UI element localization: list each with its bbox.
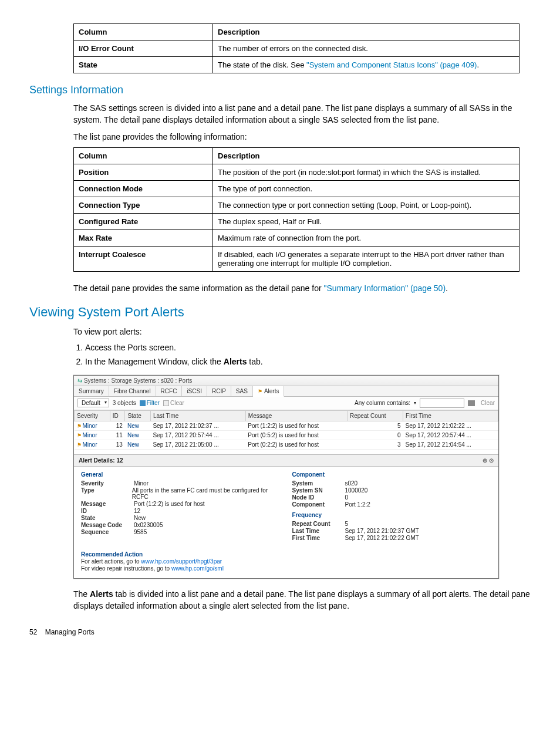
chevron-down-icon[interactable]: ▾ — [414, 400, 416, 406]
paragraph: The Alerts tab is divided into a list pa… — [73, 588, 531, 612]
table-row[interactable]: ⚑Minor 13 New Sep 17, 2012 21:05:00 ... … — [75, 440, 498, 449]
contains-label: Any column contains: — [355, 400, 410, 406]
tab-sas[interactable]: SAS — [231, 386, 253, 396]
window-titlebar: ⇆ Systems : Storage Systems : s020 : Por… — [74, 376, 498, 386]
filter-icon — [140, 400, 146, 406]
table-row[interactable]: ⚑Minor 11 New Sep 17, 2012 20:57:44 ... … — [75, 430, 498, 440]
alerts-grid: Severity ID State Last Time Message Repe… — [74, 410, 498, 450]
collapse-icon[interactable]: ⊚ — [483, 457, 487, 464]
col-repeat-count[interactable]: Repeat Count — [347, 410, 403, 421]
flag-icon: ⚑ — [77, 442, 82, 448]
tree-icon: ⇆ — [77, 377, 82, 384]
link-status-icons[interactable]: "System and Component Status Icons" (pag… — [306, 60, 477, 69]
page-footer: 52 Managing Ports — [29, 628, 531, 636]
clear-button[interactable]: Clear — [163, 400, 184, 406]
heading-viewing-port-alerts: Viewing System Port Alerts — [29, 305, 531, 320]
col-message[interactable]: Message — [245, 410, 347, 421]
tab-bar: Summary Fibre Channel RCFC iSCSI RCIP SA… — [74, 386, 498, 397]
cell: If disabled, each I/O generates a separa… — [213, 246, 519, 271]
cell: Position — [74, 164, 213, 180]
cell: Connection Mode — [74, 180, 213, 197]
expand-icon[interactable]: ⊙ — [489, 457, 494, 464]
cell: The duplex speed, Half or Full. — [213, 213, 519, 229]
filter-button[interactable]: Filter — [140, 400, 160, 406]
cell: The position of the port (in node:slot:p… — [213, 164, 519, 180]
cell: Connection Type — [74, 197, 213, 213]
table-row[interactable]: ⚑Minor 12 New Sep 17, 2012 21:02:37 ... … — [75, 421, 498, 430]
clear-button-2[interactable]: Clear — [481, 400, 495, 406]
cell: Configured Rate — [74, 213, 213, 229]
paragraph: To view port alerts: — [73, 326, 531, 337]
cell: Max Rate — [74, 229, 213, 246]
group-general: General — [81, 471, 281, 478]
toolbar: Default 3 objects Filter Clear Any colum… — [74, 397, 498, 410]
paragraph: The list pane provides the following inf… — [73, 131, 531, 143]
link-sml[interactable]: www.hp.com/go/sml — [171, 565, 224, 572]
cell: I/O Error Count — [74, 40, 213, 57]
link-support[interactable]: www.hp.com/support/hpgt/3par — [141, 558, 222, 565]
table-sas-columns: Column Description PositionThe position … — [73, 147, 519, 272]
clear-icon — [163, 400, 169, 406]
screenshot-ports-alerts: ⇆ Systems : Storage Systems : s020 : Por… — [73, 375, 499, 579]
details-header: Alert Details: 12 ⊚ ⊙ — [74, 454, 498, 467]
table-io-state: Column Description I/O Error Count The n… — [73, 23, 519, 73]
tab-fibre-channel[interactable]: Fibre Channel — [109, 386, 156, 396]
paragraph: The detail pane provides the same inform… — [73, 282, 531, 294]
col-first-time[interactable]: First Time — [403, 410, 498, 421]
flag-icon: ⚑ — [258, 389, 262, 394]
col-header: Description — [213, 24, 519, 40]
flag-icon: ⚑ — [77, 423, 82, 429]
printer-icon[interactable] — [468, 400, 475, 406]
col-header: Column — [74, 24, 213, 40]
tab-rcfc[interactable]: RCFC — [156, 386, 183, 396]
col-header: Column — [74, 147, 213, 164]
recommended-action: Recommended Action For alert actions, go… — [74, 551, 498, 578]
tab-rcip[interactable]: RCIP — [207, 386, 231, 396]
filter-input[interactable] — [420, 399, 464, 408]
cell: The state of the disk. See "System and C… — [213, 57, 519, 73]
col-header: Description — [213, 147, 519, 164]
link-summary-information[interactable]: "Summary Information" (page 50) — [323, 283, 446, 293]
paragraph: The SAS settings screen is divided into … — [73, 102, 531, 126]
tab-summary[interactable]: Summary — [74, 386, 109, 396]
col-id[interactable]: ID — [110, 410, 125, 421]
flag-icon: ⚑ — [77, 433, 82, 438]
object-count: 3 objects — [113, 400, 136, 406]
cell: The number of errors on the connected di… — [213, 40, 519, 57]
tab-iscsi[interactable]: iSCSI — [182, 386, 207, 396]
heading-settings-information: Settings Information — [29, 84, 531, 96]
step: Access the Ports screen. — [85, 342, 531, 354]
tab-alerts[interactable]: ⚑Alerts — [253, 386, 285, 397]
cell: The connection type or port connection s… — [213, 197, 519, 213]
cell: The type of port connection. — [213, 180, 519, 197]
col-last-time[interactable]: Last Time — [150, 410, 245, 421]
cell: Interrupt Coalesce — [74, 246, 213, 271]
cell: State — [74, 57, 213, 73]
details-body: General SeverityMinor TypeAll ports in t… — [74, 467, 498, 549]
col-state[interactable]: State — [125, 410, 151, 421]
step: In the Management Window, click the Aler… — [85, 356, 531, 368]
view-dropdown[interactable]: Default — [77, 399, 109, 407]
group-frequency: Frequency — [292, 512, 492, 518]
cell: Maximum rate of connection from the port… — [213, 229, 519, 246]
steps-list: Access the Ports screen. In the Manageme… — [85, 342, 531, 367]
group-component: Component — [292, 471, 492, 478]
col-severity[interactable]: Severity — [75, 410, 110, 421]
